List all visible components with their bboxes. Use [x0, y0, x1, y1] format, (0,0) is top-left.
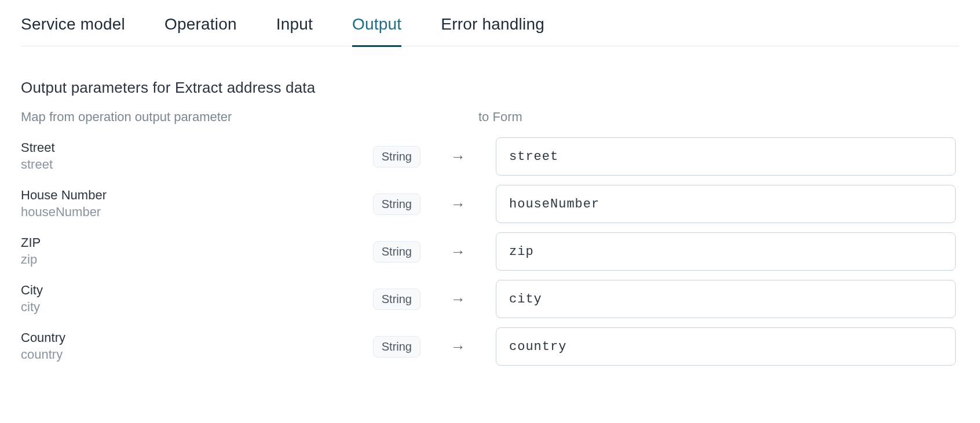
- arrow-right-icon: →: [420, 290, 496, 308]
- type-badge: String: [373, 146, 420, 167]
- param-label: Street: [21, 140, 345, 156]
- section-title: Output parameters for Extract address da…: [21, 79, 959, 97]
- tab-input[interactable]: Input: [276, 12, 313, 47]
- arrow-right-icon: →: [420, 195, 496, 213]
- param-row: House NumberhouseNumberString→: [21, 180, 959, 228]
- column-header-source: Map from operation output parameter: [21, 110, 478, 125]
- arrow-right-icon: →: [420, 243, 496, 261]
- form-binding-input[interactable]: [496, 185, 956, 223]
- type-badge: String: [373, 241, 420, 262]
- type-badge: String: [373, 194, 420, 215]
- param-key: country: [21, 347, 345, 363]
- arrow-right-icon: →: [420, 338, 496, 356]
- param-label: House Number: [21, 187, 345, 204]
- form-binding-input[interactable]: [496, 232, 956, 271]
- tab-operation[interactable]: Operation: [164, 12, 237, 47]
- tab-error-handling[interactable]: Error handling: [441, 12, 544, 47]
- param-label: ZIP: [21, 235, 345, 251]
- param-key: street: [21, 156, 345, 173]
- param-row: CountrycountryString→: [21, 323, 959, 370]
- arrow-right-icon: →: [420, 148, 496, 166]
- param-key: city: [21, 299, 345, 316]
- param-label: Country: [21, 330, 345, 347]
- param-row: StreetstreetString→: [21, 133, 959, 180]
- tab-output[interactable]: Output: [352, 12, 401, 47]
- tab-service-model[interactable]: Service model: [21, 12, 125, 47]
- param-key: zip: [21, 251, 345, 268]
- type-badge: String: [373, 336, 420, 358]
- form-binding-input[interactable]: [496, 327, 956, 366]
- form-binding-input[interactable]: [496, 280, 956, 318]
- param-row: ZIPzipString→: [21, 228, 959, 275]
- type-badge: String: [373, 289, 420, 310]
- param-label: City: [21, 282, 345, 299]
- form-binding-input[interactable]: [496, 137, 956, 176]
- param-row: CitycityString→: [21, 275, 959, 323]
- param-key: houseNumber: [21, 204, 345, 221]
- column-header-target: to Form: [478, 110, 959, 125]
